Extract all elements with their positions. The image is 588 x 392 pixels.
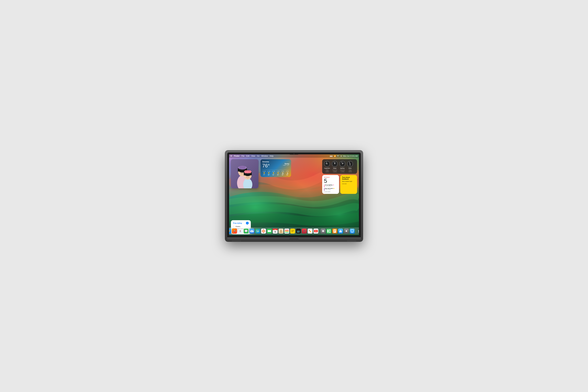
svg-rect-90: [285, 232, 289, 232]
dock-finder[interactable]: 😊: [229, 228, 231, 234]
dock-numbers[interactable]: [326, 228, 332, 234]
dock-mail[interactable]: [249, 228, 254, 234]
reminder-text-0: Flowers: [236, 226, 240, 227]
dock-freeform[interactable]: ✏️: [308, 228, 313, 234]
clock-offset-sydney: +17HRS: [340, 171, 344, 172]
dock-news[interactable]: N: [313, 228, 318, 234]
weather-hour-1: 11 AM ☀️ 80°: [267, 171, 270, 176]
dock-reminders[interactable]: [284, 228, 290, 234]
svg-rect-119: [350, 228, 355, 234]
dock-system-prefs[interactable]: [320, 228, 326, 234]
dock-calendar[interactable]: 5JUN: [272, 228, 278, 234]
svg-rect-88: [285, 230, 289, 230]
weather-hour-0: 10 AM ☀️ 77°: [262, 171, 266, 176]
calendar-event-0: Set up lighting 🌸 12:00–12:30pm: [324, 184, 337, 187]
clock-face-cupertino: [324, 161, 330, 167]
control-center-icon[interactable]: ⊟: [340, 155, 342, 157]
notes-body: More ambient light: [342, 180, 355, 182]
clock-sub-cupertino: Today: [326, 170, 328, 170]
clock-paris: Paris Today +9HRS: [347, 161, 353, 172]
dock-messages[interactable]: 💬: [244, 228, 249, 234]
svg-text:N: N: [315, 230, 316, 232]
dock: 😊 🚀 💬 🗺️: [229, 228, 359, 234]
dock-system-settings[interactable]: [344, 228, 349, 234]
battery-icon: ▮▮▮: [330, 155, 332, 157]
app-name[interactable]: Finder: [234, 155, 240, 157]
wifi-icon: 📶: [334, 155, 336, 157]
clock-sub-tokyo: Tomorrow: [332, 170, 337, 170]
weather-city: Sonoma: [262, 161, 289, 162]
photo-widget-image: [231, 159, 258, 188]
dock-pages[interactable]: [332, 228, 337, 234]
search-icon[interactable]: 🔍: [337, 155, 339, 157]
calendar-more-events: 1 more event: [324, 191, 337, 192]
macbook-base: [227, 237, 361, 240]
menubar-left: ⌘ Finder File Edit View Go Window Help: [230, 155, 274, 157]
dock-contacts[interactable]: [278, 228, 284, 234]
svg-text:📺: 📺: [297, 230, 300, 232]
calendar-date: 5: [324, 178, 337, 184]
menu-view[interactable]: View: [251, 155, 255, 157]
svg-rect-113: [334, 230, 336, 230]
dock-photos[interactable]: [261, 228, 266, 234]
dock-trash[interactable]: [357, 228, 359, 234]
svg-rect-124: [358, 230, 359, 230]
desktop-screen[interactable]: ⌘ Finder File Edit View Go Window Help ▮…: [229, 154, 359, 236]
dock-launchpad[interactable]: 🚀: [232, 228, 237, 234]
svg-point-43: [342, 164, 343, 164]
apple-menu[interactable]: ⌘: [230, 155, 232, 157]
macbook-feet: [227, 241, 361, 242]
weather-hourly: 10 AM ☀️ 77° 11 AM ☀️ 80° 12 PM ☀️ 8: [262, 170, 289, 176]
menu-help[interactable]: Help: [270, 155, 274, 157]
svg-point-122: [352, 232, 352, 232]
svg-rect-17: [244, 173, 252, 175]
svg-point-12: [241, 171, 242, 172]
clock-city-sydney: Sydney: [340, 168, 344, 169]
calendar-notes-row: MONDAY 5 Set up lighting 🌸 12:00–12:30pm: [322, 175, 357, 194]
dock-music[interactable]: 🎵: [302, 228, 307, 234]
svg-rect-109: [329, 230, 330, 231]
clock-city-paris: Paris: [348, 168, 352, 169]
dock-facetime[interactable]: [267, 228, 272, 234]
svg-rect-110: [329, 231, 330, 232]
svg-rect-114: [334, 231, 336, 231]
menu-edit[interactable]: Edit: [246, 155, 250, 157]
svg-point-86: [280, 230, 282, 231]
reminders-count: 3: [246, 222, 249, 224]
svg-rect-77: [268, 230, 270, 232]
dock-safari[interactable]: [238, 228, 243, 234]
clock-offset-tokyo: +16HRS: [333, 171, 337, 172]
dock-appstore[interactable]: [338, 228, 343, 234]
svg-text:✏️: ✏️: [308, 230, 312, 232]
trackpad-notch: [290, 238, 298, 239]
macbook-laptop: ⌘ Finder File Edit View Go Window Help ▮…: [225, 150, 363, 242]
svg-rect-92: [291, 230, 294, 230]
calendar-widget: MONDAY 5 Set up lighting 🌸 12:00–12:30pm: [322, 175, 339, 194]
screen-bezel: ⌘ Finder File Edit View Go Window Help ▮…: [227, 152, 361, 237]
menu-window[interactable]: Window: [262, 155, 268, 157]
weather-hour-2: 12 PM ☀️ 81°: [272, 171, 275, 176]
weather-hour-5: 3 PM ⛅ 88°: [286, 171, 289, 176]
svg-point-105: [322, 230, 324, 232]
dock-screen-time[interactable]: [350, 228, 355, 234]
dock-maps[interactable]: 🗺️: [255, 228, 260, 234]
dock-appletv[interactable]: 📺: [296, 228, 301, 234]
weather-condition: Sunny: [283, 163, 289, 164]
clock-sub-paris: Today: [349, 170, 352, 170]
svg-text:🚀: 🚀: [233, 230, 236, 232]
weather-high-low: H:88° L:57°: [283, 164, 289, 166]
clock-sydney: Sydney Tomorrow +17HRS: [339, 161, 346, 172]
menubar: ⌘ Finder File Edit View Go Window Help ▮…: [229, 154, 359, 158]
cal-event-bar-0: [324, 184, 324, 187]
dock-notes[interactable]: [290, 228, 295, 234]
top-right-widgets: Cupertino Today +0HRS: [322, 159, 357, 194]
clock-sub-sydney: Tomorrow: [340, 170, 345, 170]
menu-go[interactable]: Go: [257, 155, 260, 157]
svg-point-62: [240, 231, 240, 231]
svg-text:💬: 💬: [244, 230, 248, 233]
svg-rect-94: [291, 232, 293, 232]
menu-file[interactable]: File: [242, 155, 244, 157]
svg-rect-115: [334, 231, 335, 232]
svg-text:5: 5: [274, 230, 276, 233]
world-clock-widget: Cupertino Today +0HRS: [322, 159, 357, 174]
